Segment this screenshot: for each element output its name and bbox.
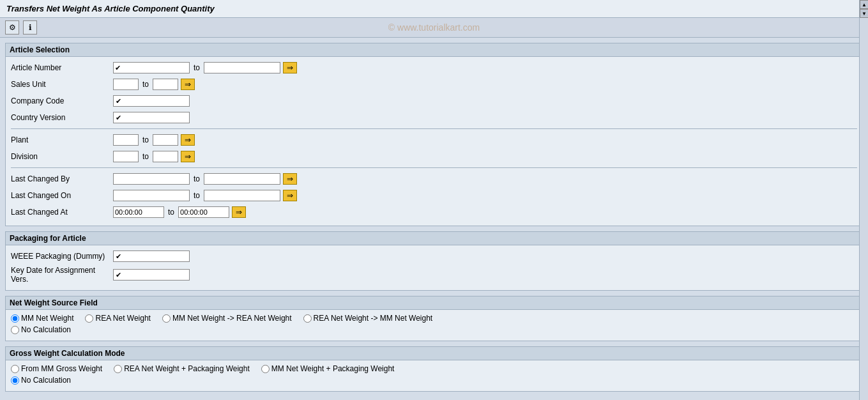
sales-unit-row: Sales Unit to ⇒ xyxy=(11,77,857,91)
rea-pkg-label: REA Net Weight + Packaging Weight xyxy=(124,364,250,373)
gross-weight-radio-group: From MM Gross Weight REA Net Weight + Pa… xyxy=(11,364,857,373)
net-weight-body: MM Net Weight REA Net Weight MM Net Weig… xyxy=(6,310,862,341)
mm-net-weight-label: MM Net Weight xyxy=(21,314,73,323)
rea-to-mm-radio[interactable] xyxy=(303,314,312,323)
article-number-to-label: to xyxy=(194,63,200,72)
gross-no-calc-radio[interactable] xyxy=(11,376,19,385)
weee-label: WEEE Packaging (Dummy) xyxy=(11,252,113,261)
gross-weight-header: Gross Weight Calculation Mode xyxy=(6,347,862,360)
mm-to-rea-radio[interactable] xyxy=(162,314,171,323)
division-label: Division xyxy=(11,152,113,161)
last-changed-at-row: Last Changed At to ⇒ xyxy=(11,205,857,219)
from-mm-gross-radio[interactable] xyxy=(11,365,19,373)
plant-row: Plant to ⇒ xyxy=(11,133,857,147)
sales-unit-from-input[interactable] xyxy=(113,79,139,90)
country-version-label: Country Version xyxy=(11,113,113,122)
gross-weight-section: Gross Weight Calculation Mode From MM Gr… xyxy=(5,346,863,392)
net-weight-section: Net Weight Source Field MM Net Weight RE… xyxy=(5,296,863,341)
plant-from-input[interactable] xyxy=(113,134,139,146)
key-date-row: Key Date for Assignment Vers. ✔ xyxy=(11,266,857,284)
rea-pkg-radio[interactable] xyxy=(114,365,122,373)
mm-to-rea-option[interactable]: MM Net Weight -> REA Net Weight xyxy=(162,314,292,323)
rea-net-weight-label: REA Net Weight xyxy=(95,314,150,323)
gross-no-calc-label: No Calculation xyxy=(21,376,71,385)
net-no-calc-option[interactable]: No Calculation xyxy=(11,325,71,334)
plant-arrow-btn[interactable]: ⇒ xyxy=(181,134,195,146)
last-changed-at-label: Last Changed At xyxy=(11,208,113,217)
last-changed-by-to-label: to xyxy=(194,174,200,183)
article-selection-section: Article Selection Article Number to ⇒ Sa… xyxy=(5,43,863,226)
last-changed-by-to-input[interactable] xyxy=(204,173,280,185)
weee-row: WEEE Packaging (Dummy) ✔ xyxy=(11,249,857,263)
net-weight-header: Net Weight Source Field xyxy=(6,296,862,310)
mm-to-rea-label: MM Net Weight -> REA Net Weight xyxy=(172,314,292,323)
mm-pkg-label: MM Net Weight + Packaging Weight xyxy=(271,364,395,373)
last-changed-by-label: Last Changed By xyxy=(11,174,113,183)
last-changed-on-from-input[interactable] xyxy=(113,190,190,201)
rea-to-mm-label: REA Net Weight -> MM Net Weight xyxy=(314,314,433,323)
company-code-row: Company Code ✔ xyxy=(11,94,857,108)
sales-unit-to-input[interactable] xyxy=(153,79,178,90)
net-no-calc-label: No Calculation xyxy=(21,325,71,334)
toolbar: ⚙ ℹ © www.tutorialkart.com xyxy=(0,18,868,38)
net-weight-radio-group-2: No Calculation xyxy=(11,325,857,334)
packaging-body: WEEE Packaging (Dummy) ✔ Key Date for As… xyxy=(6,245,862,290)
page-title: Transfers Net Weight As Article Componen… xyxy=(6,4,215,13)
last-changed-at-to-input[interactable] xyxy=(178,206,229,218)
gross-no-calc-option[interactable]: No Calculation xyxy=(11,376,71,385)
gross-weight-body: From MM Gross Weight REA Net Weight + Pa… xyxy=(6,360,862,391)
last-changed-at-from-input[interactable] xyxy=(113,206,164,218)
plant-label: Plant xyxy=(11,135,113,144)
article-number-label: Article Number xyxy=(11,63,113,72)
watermark: © www.tutorialkart.com xyxy=(388,22,480,33)
last-changed-on-arrow-btn[interactable]: ⇒ xyxy=(283,190,297,201)
last-changed-by-arrow-btn[interactable]: ⇒ xyxy=(283,173,297,185)
company-code-label: Company Code xyxy=(11,96,113,105)
division-to-label: to xyxy=(142,152,149,161)
last-changed-on-to-input[interactable] xyxy=(204,190,280,201)
last-changed-at-arrow-btn[interactable]: ⇒ xyxy=(232,206,246,218)
from-mm-gross-option[interactable]: From MM Gross Weight xyxy=(11,364,102,373)
info-icon[interactable]: ℹ xyxy=(23,20,37,35)
settings-icon[interactable]: ⚙ xyxy=(5,20,19,35)
country-version-input[interactable]: ✔ xyxy=(113,112,190,123)
packaging-section: Packaging for Article WEEE Packaging (Du… xyxy=(5,231,863,291)
rea-pkg-option[interactable]: REA Net Weight + Packaging Weight xyxy=(114,364,250,373)
sales-unit-label: Sales Unit xyxy=(11,80,113,89)
mm-pkg-option[interactable]: MM Net Weight + Packaging Weight xyxy=(261,364,395,373)
scrollbar[interactable]: ▲ ▼ xyxy=(859,0,868,393)
packaging-header: Packaging for Article xyxy=(6,232,862,245)
scroll-down-btn[interactable]: ▼ xyxy=(860,9,868,18)
mm-net-weight-radio[interactable] xyxy=(11,314,19,323)
article-number-to-input[interactable] xyxy=(204,62,280,73)
division-row: Division to ⇒ xyxy=(11,150,857,164)
article-number-arrow-btn[interactable]: ⇒ xyxy=(283,62,297,73)
company-code-input[interactable]: ✔ xyxy=(113,95,190,107)
plant-to-input[interactable] xyxy=(153,134,178,146)
separator-1 xyxy=(11,128,857,129)
mm-pkg-radio[interactable] xyxy=(261,365,270,373)
sales-unit-arrow-btn[interactable]: ⇒ xyxy=(181,79,195,90)
main-content: Article Selection Article Number to ⇒ Sa… xyxy=(0,38,868,393)
rea-net-weight-option[interactable]: REA Net Weight xyxy=(85,314,150,323)
last-changed-by-row: Last Changed By to ⇒ xyxy=(11,172,857,186)
from-mm-gross-label: From MM Gross Weight xyxy=(21,364,102,373)
weee-input[interactable]: ✔ xyxy=(113,250,190,262)
division-from-input[interactable] xyxy=(113,151,139,162)
rea-to-mm-option[interactable]: REA Net Weight -> MM Net Weight xyxy=(303,314,433,323)
last-changed-by-from-input[interactable] xyxy=(113,173,190,185)
article-selection-body: Article Number to ⇒ Sales Unit to ⇒ Comp… xyxy=(6,57,862,226)
division-to-input[interactable] xyxy=(153,151,178,162)
key-date-input[interactable]: ✔ xyxy=(113,269,190,281)
mm-net-weight-option[interactable]: MM Net Weight xyxy=(11,314,73,323)
division-arrow-btn[interactable]: ⇒ xyxy=(181,151,195,162)
scroll-up-btn[interactable]: ▲ xyxy=(860,0,868,9)
article-selection-header: Article Selection xyxy=(6,43,862,57)
plant-to-label: to xyxy=(142,135,149,144)
article-number-from-input[interactable] xyxy=(113,62,190,73)
country-version-row: Country Version ✔ xyxy=(11,111,857,125)
net-no-calc-radio[interactable] xyxy=(11,326,19,334)
title-bar: Transfers Net Weight As Article Componen… xyxy=(0,0,868,18)
rea-net-weight-radio[interactable] xyxy=(85,314,93,323)
sales-unit-to-label: to xyxy=(142,80,149,89)
